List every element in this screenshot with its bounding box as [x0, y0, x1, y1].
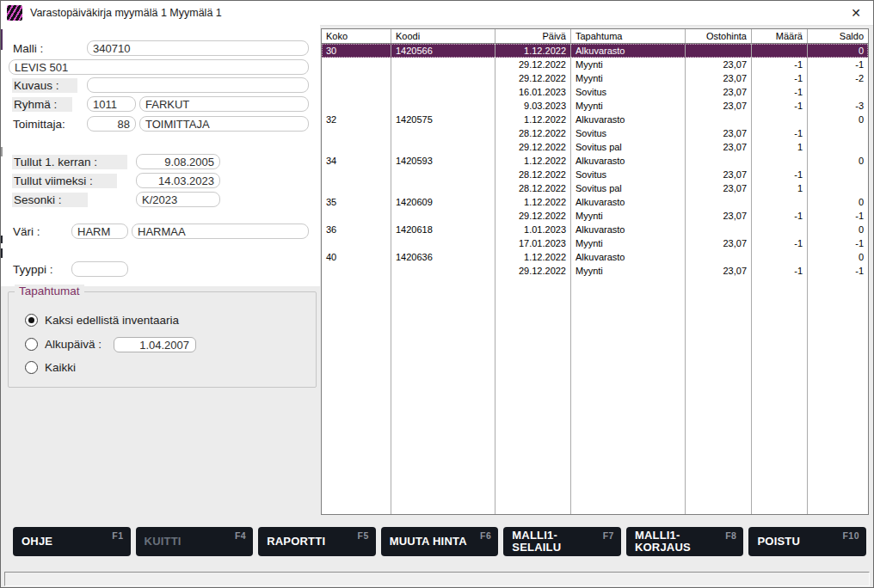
table-row[interactable]: 28.12.2022Sovitus23,07-1: [322, 126, 868, 140]
table-cell: 16.01.2023: [495, 85, 571, 99]
table-row[interactable]: 28.12.2022Sovitus pal23,071: [322, 181, 868, 195]
table-row[interactable]: 29.12.2022Sovitus pal23,071: [322, 140, 868, 154]
footer-button-kuitti[interactable]: KUITTIF4: [136, 527, 254, 556]
table-cell: [391, 99, 495, 113]
column-header-ostohinta[interactable]: Ostohinta: [686, 29, 752, 43]
ryhma-code-field[interactable]: 1011: [87, 96, 136, 112]
table-cell: [322, 181, 391, 195]
table-cell: Alkuvarasto: [571, 195, 686, 209]
table-cell: 29.12.2022: [495, 264, 571, 278]
tyyppi-field[interactable]: [71, 261, 128, 277]
radio-kaikki[interactable]: Kaikki: [25, 360, 76, 374]
table-cell: [322, 236, 391, 250]
column-header-päivä[interactable]: Päivä: [495, 29, 571, 43]
table-cell: -2: [808, 71, 868, 85]
table-cell: [322, 168, 391, 181]
table-row[interactable]: 3614206181.01.2023Alkuvarasto0: [322, 223, 868, 236]
table-row[interactable]: 3214205751.12.2022Alkuvarasto0: [322, 113, 868, 126]
table-cell: 32: [322, 113, 391, 126]
table-cell: 0: [808, 113, 868, 126]
tullut-viimeksi-field[interactable]: 14.03.2023: [136, 173, 220, 188]
table-row[interactable]: 9.03.2023Myynti23,07-1-3: [322, 99, 868, 113]
table-cell: 1420575: [391, 113, 495, 126]
table-cell: [391, 236, 495, 250]
window-content: Malli : 340710 LEVIS 501 Kuvaus : Ryhmä …: [1, 25, 873, 587]
title-bar: Varastopäiväkirja myymälä 1 Myymälä 1 ✕: [1, 1, 873, 26]
table-cell: Myynti: [571, 209, 686, 223]
radio-kaksi-edellista[interactable]: Kaksi edellistä inventaaria: [25, 313, 179, 327]
malli-field[interactable]: 340710: [87, 40, 309, 56]
footer-button-raportti[interactable]: RAPORTTIF5: [258, 527, 376, 556]
column-header-saldo[interactable]: Saldo: [808, 29, 868, 43]
radio-icon[interactable]: [25, 338, 38, 351]
footer-button-malli1-korjaus[interactable]: MALLI1- KORJAUSF8: [626, 527, 744, 556]
table-cell: [391, 85, 495, 99]
sesonki-label: Sesonki :: [12, 193, 88, 207]
column-header-koodi[interactable]: Koodi: [391, 29, 495, 43]
table-row[interactable]: 29.12.2022Myynti23,07-1-2: [322, 71, 868, 85]
vari-label: Väri :: [13, 224, 40, 239]
table-row[interactable]: 3414205931.12.2022Alkuvarasto0: [322, 154, 868, 168]
table-cell: [322, 126, 391, 140]
column-header-koko[interactable]: Koko: [322, 29, 391, 43]
ryhma-name-field[interactable]: FARKUT: [139, 96, 309, 112]
footer-button-poistu[interactable]: POISTUF10: [748, 527, 866, 556]
table-cell: 29.12.2022: [495, 58, 571, 71]
table-cell: 1.01.2023: [495, 223, 571, 236]
table-cell: 1420618: [391, 223, 495, 236]
footer-button-muuta-hinta[interactable]: MUUTA HINTAF6: [381, 527, 499, 556]
table-cell: Myynti: [571, 99, 686, 113]
footer-button-label: OHJE: [22, 536, 52, 548]
table-cell: 9.03.2023: [495, 99, 571, 113]
kuvaus-field[interactable]: [87, 77, 309, 93]
column-header-tapahtuma[interactable]: Tapahtuma: [571, 29, 686, 43]
radio-icon[interactable]: [25, 314, 38, 327]
window-title: Varastopäiväkirja myymälä 1 Myymälä 1: [30, 7, 222, 19]
table-cell: 23,07: [686, 58, 752, 71]
malli-name-field[interactable]: LEVIS 501: [9, 59, 309, 75]
vari-name-field[interactable]: HARMAA: [132, 224, 309, 239]
table-cell: [686, 223, 752, 236]
column-header-määrä[interactable]: Määrä: [752, 29, 808, 43]
table-row[interactable]: 3514206091.12.2022Alkuvarasto0: [322, 195, 868, 209]
app-window: Varastopäiväkirja myymälä 1 Myymälä 1 ✕ …: [0, 0, 874, 588]
radio-icon[interactable]: [25, 361, 38, 374]
sesonki-field[interactable]: K/2023: [136, 192, 220, 207]
table-cell: [808, 140, 868, 154]
function-key-label: F7: [603, 530, 614, 541]
toimittaja-label: Toimittaja:: [13, 117, 65, 132]
table-cell: -1: [752, 236, 808, 250]
vari-code-field[interactable]: HARM: [71, 224, 128, 239]
table-row[interactable]: 28.12.2022Sovitus23,07-1: [322, 168, 868, 181]
table-cell: [391, 58, 495, 71]
footer-button-label: KUITTI: [145, 536, 182, 548]
tapahtumat-groupbox: Tapahtumat Kaksi edellistä inventaaria A…: [8, 291, 317, 388]
close-icon[interactable]: ✕: [848, 5, 864, 21]
table-cell: 30: [322, 44, 391, 58]
table-row[interactable]: 3014205661.12.2022Alkuvarasto0: [322, 44, 868, 58]
transactions-table: KokoKoodiPäiväTapahtumaOstohintaMääräSal…: [321, 28, 869, 515]
table-cell: 1420593: [391, 154, 495, 168]
table-cell: [322, 85, 391, 99]
footer-button-label: MALLI1- SELAILU: [512, 530, 561, 554]
table-cell: 0: [808, 154, 868, 168]
table-cell: 28.12.2022: [495, 168, 571, 181]
radio-alkupaiva[interactable]: Alkupäivä :: [25, 337, 102, 351]
footer-button-label: MALLI1- KORJAUS: [635, 530, 691, 554]
footer-button-ohje[interactable]: OHJEF1: [13, 527, 131, 556]
table-row[interactable]: 16.01.2023Sovitus23,07-1: [322, 85, 868, 99]
toimittaja-code-field[interactable]: 88: [87, 116, 136, 132]
table-row[interactable]: 4014206361.12.2022Alkuvarasto0: [322, 250, 868, 264]
toimittaja-name-field[interactable]: TOIMITTAJA: [139, 116, 309, 132]
tapahtumat-title: Tapahtumat: [15, 285, 84, 297]
table-row[interactable]: 29.12.2022Myynti23,07-1-1: [322, 209, 868, 223]
table-cell: [808, 168, 868, 181]
table-row[interactable]: 29.12.2022Myynti23,07-1-1: [322, 58, 868, 71]
alkupaiva-date-field[interactable]: 1.04.2007: [114, 337, 196, 352]
footer-button-malli1-selailu[interactable]: MALLI1- SELAILUF7: [503, 527, 621, 556]
table-row[interactable]: 17.01.2023Myynti23,07-1-1: [322, 236, 868, 250]
tullut-ensimmainen-field[interactable]: 9.08.2005: [136, 154, 220, 169]
table-cell: -1: [808, 264, 868, 278]
table-row[interactable]: 29.12.2022Myynti23,07-1-1: [322, 264, 868, 278]
background-window-sliver: [1, 147, 3, 156]
